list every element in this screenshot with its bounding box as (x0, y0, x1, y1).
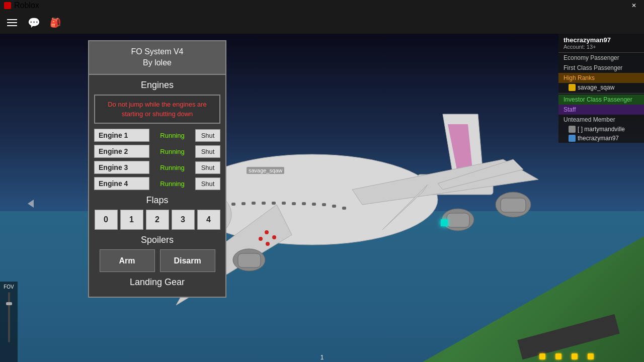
svg-rect-29 (302, 202, 306, 205)
bag-icon: 🎒 (50, 17, 61, 28)
engine-3-button[interactable]: Engine 3 (94, 161, 149, 174)
avatar-martymandville (569, 126, 576, 133)
svg-rect-26 (272, 202, 276, 205)
bag-button[interactable]: 🎒 (48, 16, 62, 30)
svg-rect-13 (238, 253, 261, 267)
category-high-ranks: High Ranks (558, 73, 644, 83)
fo-system-header: FO System V4 By lolee (88, 40, 226, 75)
svg-rect-23 (242, 202, 246, 205)
separator (558, 93, 644, 94)
svg-rect-25 (262, 202, 266, 205)
runway-lights (539, 353, 594, 359)
engine-3-row: Engine 3 Running Shut (94, 161, 220, 174)
hamburger-icon (7, 19, 17, 26)
engine-4-button[interactable]: Engine 4 (94, 177, 149, 190)
svg-rect-28 (292, 202, 296, 205)
spoilers-section: Spoilers Arm Disarm (94, 235, 220, 272)
engines-title: Engines (94, 80, 220, 90)
disarm-button[interactable]: Disarm (160, 249, 215, 272)
avatar-thecrazyman97 (569, 135, 576, 142)
fo-title-line2: By lolee (94, 57, 220, 68)
svg-rect-22 (231, 203, 235, 206)
flap-2-button[interactable]: 2 (146, 210, 169, 230)
svg-rect-32 (332, 205, 336, 208)
player-savage-sqaw: savage_sqaw (558, 83, 644, 92)
svg-rect-17 (501, 198, 526, 212)
flaps-section: Flaps 0 1 2 3 4 (94, 195, 220, 230)
svg-point-38 (259, 237, 263, 241)
category-staff: Staff (558, 105, 644, 115)
svg-point-36 (265, 230, 269, 234)
warning-text: Do not jump while the engines are starti… (108, 101, 207, 118)
flap-3-button[interactable]: 3 (172, 210, 195, 230)
category-economy: Economy Passenger (558, 53, 644, 63)
engine-2-shut-button[interactable]: Shut (195, 145, 220, 158)
player-thecrazyman97: thecrazyman97 (558, 134, 644, 143)
topbar: 💬 🎒 (0, 11, 644, 34)
player-panel: thecrazyman97 Account: 13+ Economy Passe… (558, 34, 644, 143)
titlebar: Roblox ✕ (0, 0, 644, 11)
engine-1-status: Running (152, 132, 193, 139)
engine-1-shut-button[interactable]: Shut (195, 129, 220, 142)
player-nametag: savage_sqaw (247, 167, 284, 174)
close-button[interactable]: ✕ (624, 0, 644, 11)
engine-3-status: Running (152, 164, 193, 171)
svg-rect-31 (322, 203, 326, 206)
category-unteamed: Unteamed Member (558, 115, 644, 125)
account-name: thecrazyman97 (564, 36, 639, 44)
engine-2-button[interactable]: Engine 2 (94, 145, 149, 158)
flaps-buttons: 0 1 2 3 4 (94, 210, 220, 230)
spoilers-title: Spoilers (94, 235, 220, 245)
account-info: thecrazyman97 Account: 13+ (558, 34, 644, 53)
chat-icon: 💬 (28, 17, 40, 29)
engine-2-status: Running (152, 148, 193, 155)
flap-0-button[interactable]: 0 (95, 210, 118, 230)
orb (441, 219, 448, 226)
fo-title-line1: FO System V4 (94, 46, 220, 57)
landing-gear-title: Landing Gear (94, 277, 220, 288)
menu-button[interactable] (5, 16, 19, 30)
category-first-class: First Class Passenger (558, 63, 644, 73)
svg-rect-24 (252, 202, 256, 205)
fov-slider[interactable] (8, 292, 10, 342)
svg-point-39 (266, 242, 270, 246)
cursor (28, 200, 34, 208)
warning-box: Do not jump while the engines are starti… (94, 95, 220, 124)
svg-rect-15 (447, 213, 469, 227)
roblox-logo (4, 2, 11, 9)
engine-4-row: Engine 4 Running Shut (94, 177, 220, 190)
engine-4-shut-button[interactable]: Shut (195, 177, 220, 190)
fo-system-panel: FO System V4 By lolee Engines Do not jum… (88, 40, 226, 298)
fov-label: FOV (4, 284, 14, 290)
titlebar-title: Roblox (14, 1, 39, 10)
chat-button[interactable]: 💬 (27, 16, 41, 30)
svg-point-37 (272, 235, 276, 239)
category-investor: Investor Class Passenger (558, 95, 644, 105)
engine-1-row: Engine 1 Running Shut (94, 129, 220, 142)
fov-slider-thumb[interactable] (6, 302, 12, 305)
fov-panel: FOV (0, 282, 18, 362)
svg-rect-30 (312, 203, 316, 206)
fo-system-body: Engines Do not jump while the engines ar… (88, 75, 226, 298)
svg-rect-27 (282, 202, 286, 205)
arm-button[interactable]: Arm (100, 249, 155, 272)
avatar-savage-sqaw (569, 84, 576, 91)
svg-rect-33 (342, 207, 346, 210)
account-type: Account: 13+ (564, 44, 639, 50)
engine-2-row: Engine 2 Running Shut (94, 145, 220, 158)
engine-3-shut-button[interactable]: Shut (195, 161, 220, 174)
flap-4-button[interactable]: 4 (197, 210, 220, 230)
spoilers-buttons: Arm Disarm (94, 249, 220, 272)
page-number: 1 (320, 354, 324, 361)
landing-gear-section: Landing Gear (94, 277, 220, 288)
engine-1-button[interactable]: Engine 1 (94, 129, 149, 142)
engine-4-status: Running (152, 180, 193, 188)
flap-1-button[interactable]: 1 (120, 210, 143, 230)
player-martymandville: [ ] martymandville (558, 125, 644, 134)
flaps-title: Flaps (94, 195, 220, 206)
